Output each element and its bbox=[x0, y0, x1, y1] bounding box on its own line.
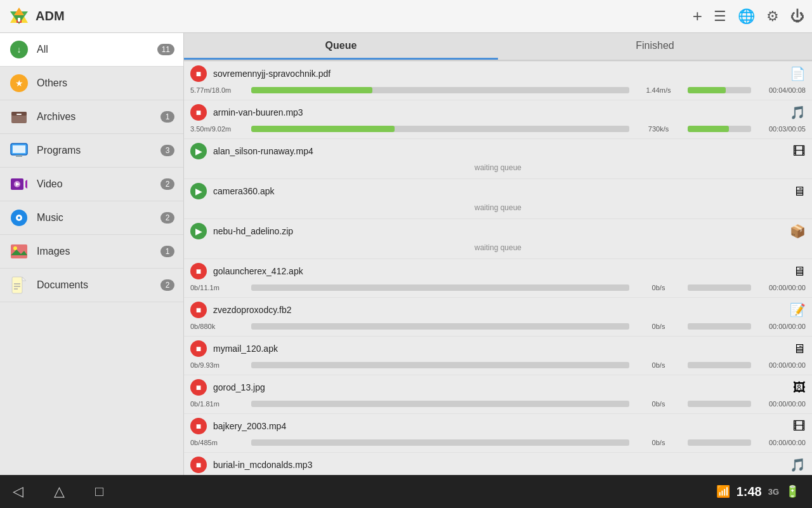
dl-filename-0: sovremennyjj-spravochnik.pdf bbox=[213, 69, 785, 79]
dl-progress-bar1-0 bbox=[251, 87, 629, 93]
dl-time-7: 00:00/00:00 bbox=[755, 361, 806, 369]
dl-progress-bar1-8 bbox=[251, 401, 629, 407]
dl-speed-0: 1.44m/s bbox=[633, 86, 684, 94]
top-bar: ADM + ☰ 🌐 ⚙ ⏻ bbox=[0, 0, 812, 33]
dl-status-btn-3[interactable]: ▶ bbox=[190, 183, 207, 199]
dl-progress-row-7: 0b/9.93m 0b/s 00:00/00:00 bbox=[190, 359, 806, 371]
dl-status-btn-0[interactable]: ■ bbox=[190, 65, 207, 82]
dl-time-1: 00:03/00:05 bbox=[755, 125, 806, 133]
dl-progress-row-9: 0b/485m 0b/s 00:00/00:00 bbox=[190, 437, 806, 448]
sidebar-item-others[interactable]: ★ Others bbox=[0, 67, 183, 100]
bottom-bar: ◁ △ □ 📶 1:48 3G 🔋 bbox=[0, 475, 812, 508]
sidebar-item-all[interactable]: ↓ All 11 bbox=[0, 33, 183, 67]
dl-progress-bar1-9 bbox=[251, 439, 629, 446]
download-item-3: ▶ camera360.apk 🖥 waiting queue bbox=[184, 179, 812, 218]
dl-progress-bar2-1 bbox=[688, 126, 751, 132]
dl-progress-bar1-6 bbox=[251, 323, 629, 330]
dl-status-btn-2[interactable]: ▶ bbox=[190, 143, 207, 159]
recents-icon[interactable]: □ bbox=[95, 483, 103, 500]
dl-file-icon-4: 📦 bbox=[790, 224, 806, 239]
dl-file-icon-6: 📝 bbox=[790, 302, 806, 318]
dl-progress-bar1-7 bbox=[251, 362, 629, 368]
sidebar-label-others: Others bbox=[37, 77, 174, 89]
dl-file-icon-5: 🖥 bbox=[793, 264, 806, 279]
video-icon bbox=[9, 174, 29, 194]
dl-status-btn-1[interactable]: ■ bbox=[190, 104, 207, 121]
sidebar-badge-documents: 2 bbox=[160, 279, 174, 291]
sidebar-item-documents[interactable]: Documents 2 bbox=[0, 269, 183, 302]
top-icons: + ☰ 🌐 ⚙ ⏻ bbox=[693, 6, 804, 26]
download-item-7: ■ mymail_120.apk 🖥 0b/9.93m 0b/s 00:00/0… bbox=[184, 337, 812, 375]
dl-progress-row-8: 0b/1.81m 0b/s 00:00/00:00 bbox=[190, 398, 806, 410]
battery-icon: 🔋 bbox=[785, 485, 799, 498]
dl-status-btn-9[interactable]: ■ bbox=[190, 418, 207, 434]
sidebar-label-images: Images bbox=[37, 246, 160, 257]
dl-status-btn-6[interactable]: ■ bbox=[190, 302, 207, 318]
sliders-icon[interactable]: ⚙ bbox=[766, 8, 779, 25]
dl-status-btn-5[interactable]: ■ bbox=[190, 263, 207, 279]
add-icon[interactable]: + bbox=[693, 6, 702, 26]
sidebar-item-video[interactable]: Video 2 bbox=[0, 168, 183, 201]
sidebar-label-documents: Documents bbox=[37, 279, 160, 291]
sidebar-item-archives[interactable]: Archives 1 bbox=[0, 100, 183, 134]
sidebar-label-video: Video bbox=[37, 178, 160, 190]
menu-icon[interactable]: ☰ bbox=[714, 8, 726, 25]
dl-speed-9: 0b/s bbox=[633, 439, 684, 446]
dl-status-btn-4[interactable]: ▶ bbox=[190, 223, 207, 239]
dl-file-icon-8: 🖼 bbox=[793, 380, 806, 395]
svg-rect-16 bbox=[16, 155, 22, 157]
dl-filename-10: burial-in_mcdonalds.mp3 bbox=[213, 460, 785, 470]
dl-filename-3: camera360.apk bbox=[213, 186, 788, 196]
dl-status-btn-7[interactable]: ■ bbox=[190, 340, 207, 357]
dl-status-btn-8[interactable]: ■ bbox=[190, 379, 207, 396]
dl-waiting-3: waiting queue bbox=[190, 202, 806, 215]
dl-file-icon-10: 🎵 bbox=[790, 457, 806, 472]
programs-icon bbox=[9, 140, 29, 161]
home-icon[interactable]: △ bbox=[54, 483, 65, 500]
status-right: 📶 1:48 3G 🔋 bbox=[716, 485, 799, 499]
dl-progress-row-0: 5.77m/18.0m 1.44m/s 00:04/00:08 bbox=[190, 84, 806, 96]
dl-progress-bar2-8 bbox=[688, 401, 751, 407]
download-item-0: ■ sovremennyjj-spravochnik.pdf 📄 5.77m/1… bbox=[184, 62, 812, 100]
dl-progress-bar1-5 bbox=[251, 284, 629, 291]
dl-status-btn-10[interactable]: ■ bbox=[190, 457, 207, 473]
download-item-2: ▶ alan_silson-runaway.mp4 🎞 waiting queu… bbox=[184, 139, 812, 178]
back-icon[interactable]: ◁ bbox=[13, 483, 23, 500]
dl-size-1: 3.50m/9.02m bbox=[190, 125, 247, 133]
globe-icon[interactable]: 🌐 bbox=[738, 8, 755, 25]
sidebar-label-archives: Archives bbox=[37, 111, 160, 123]
tab-queue[interactable]: Queue bbox=[184, 33, 498, 60]
svg-text:★: ★ bbox=[15, 78, 23, 88]
nav-icons: ◁ △ □ bbox=[13, 483, 103, 500]
dl-file-icon-0: 📄 bbox=[790, 66, 806, 81]
dl-progress-row-1: 3.50m/9.02m 730k/s 00:03/00:05 bbox=[190, 123, 806, 135]
tab-finished[interactable]: Finished bbox=[498, 33, 812, 60]
dl-filename-2: alan_silson-runaway.mp4 bbox=[213, 146, 788, 156]
sidebar-label-all: All bbox=[37, 44, 157, 55]
download-item-5: ■ golauncherex_412.apk 🖥 0b/11.1m 0b/s 0… bbox=[184, 259, 812, 297]
dl-filename-9: bajkery_2003.mp4 bbox=[213, 421, 788, 431]
sidebar-item-programs[interactable]: Programs 3 bbox=[0, 134, 183, 168]
dl-file-icon-9: 🎞 bbox=[793, 419, 806, 434]
dl-file-icon-1: 🎵 bbox=[790, 105, 806, 120]
all-icon: ↓ bbox=[9, 39, 29, 60]
dl-progress-bar1-1 bbox=[251, 126, 629, 132]
dl-time-5: 00:00/00:00 bbox=[755, 284, 806, 291]
sidebar-item-images[interactable]: Images 1 bbox=[0, 235, 183, 269]
content-panel: Queue Finished ■ sovremennyjj-spravochni… bbox=[184, 33, 812, 475]
svg-text:↓: ↓ bbox=[17, 44, 22, 55]
dl-time-8: 00:00/00:00 bbox=[755, 400, 806, 408]
dl-file-icon-7: 🖥 bbox=[793, 342, 806, 356]
sidebar-badge-music: 2 bbox=[160, 212, 174, 224]
dl-progress-bar2-7 bbox=[688, 362, 751, 368]
dl-waiting-4: waiting queue bbox=[190, 242, 806, 255]
dl-filename-1: armin-van-buuren.mp3 bbox=[213, 107, 785, 117]
dl-filename-8: gorod_13.jpg bbox=[213, 382, 788, 392]
dl-progress-bar2-5 bbox=[688, 284, 751, 291]
others-icon: ★ bbox=[9, 73, 29, 93]
sidebar-item-music[interactable]: Music 2 bbox=[0, 201, 183, 235]
power-icon[interactable]: ⏻ bbox=[790, 8, 804, 25]
dl-filename-5: golauncherex_412.apk bbox=[213, 266, 788, 276]
dl-size-6: 0b/880k bbox=[190, 323, 247, 330]
sidebar-badge-video: 2 bbox=[160, 178, 174, 190]
